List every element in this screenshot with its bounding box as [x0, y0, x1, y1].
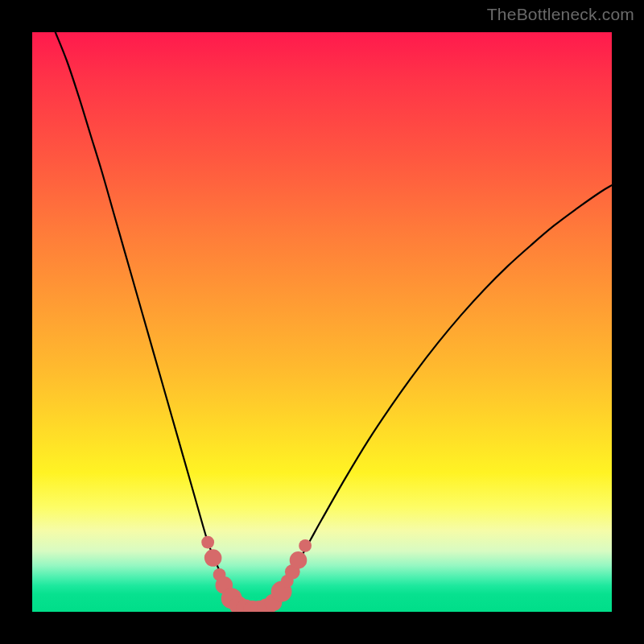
trough-markers-group	[201, 536, 312, 612]
trough-marker	[290, 551, 308, 569]
chart-frame: TheBottleneck.com	[0, 0, 644, 644]
trough-marker	[204, 549, 222, 567]
trough-marker	[201, 536, 214, 549]
watermark-text: TheBottleneck.com	[487, 5, 634, 24]
plot-area	[32, 32, 612, 612]
chart-svg	[32, 32, 612, 612]
bottleneck-curve-line	[56, 32, 612, 610]
trough-marker	[299, 539, 312, 552]
